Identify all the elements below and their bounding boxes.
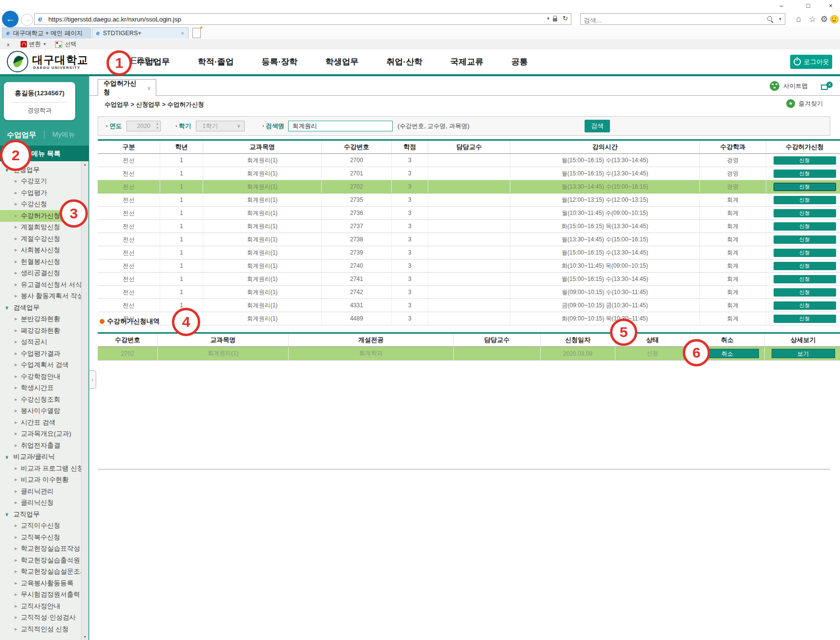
sidebar-item[interactable]: ▶학교현장실습출석원 — [0, 555, 81, 566]
apply-button[interactable]: 신청 — [774, 249, 836, 257]
page-tab[interactable]: 수업허가신청 x — [98, 79, 156, 96]
browser-tab-active[interactable]: e STDTIGERS+ × — [92, 27, 189, 39]
sidebar-item[interactable]: ▶수강신청조회 — [0, 394, 81, 405]
table-row[interactable]: 전선1회계원리(1)27403화(10:30~11:45) 목(09:00~10… — [98, 259, 840, 273]
apply-button[interactable]: 신청 — [774, 209, 836, 217]
sidebar-scrollbar[interactable]: ▲ ▼ — [81, 161, 88, 640]
apply-button[interactable]: 신청 — [774, 170, 836, 178]
sidebar-item[interactable]: ▶분반강좌현황 — [0, 314, 81, 325]
feedback-smiley-icon[interactable] — [830, 15, 839, 23]
sidebar-item[interactable]: ▶헌혈봉사신청 — [0, 256, 81, 268]
sidebar-item[interactable]: ▶클리닉신청 — [0, 497, 81, 509]
menu-section[interactable]: ∨검색업무 — [0, 302, 81, 314]
sidebar-tab-mymenu[interactable]: My메뉴 — [52, 130, 75, 139]
sidebar-item[interactable]: ▶학교현장실습표작성 — [0, 543, 81, 555]
table-row[interactable]: 전선1회계원리(1)44893화(09:00~10:15) 목(10:30~11… — [98, 312, 840, 325]
forward-button[interactable]: → — [21, 14, 33, 26]
sidebar-item[interactable]: ▶클리닉관리 — [0, 486, 81, 497]
select-button[interactable]: 선택 — [64, 40, 76, 48]
sidebar-item[interactable]: ▶수업평가결과 — [0, 348, 81, 360]
nav-item-common[interactable]: 공통 — [511, 56, 528, 67]
favorite-link[interactable]: ★ 즐겨찾기 — [786, 99, 823, 108]
refresh-icon[interactable]: ↻ — [563, 15, 568, 22]
search-button[interactable]: 검색 — [585, 120, 610, 132]
sitemap-link[interactable]: 사이트맵 — [770, 81, 808, 91]
nav-item-records[interactable]: 학적·졸업 — [198, 56, 234, 67]
table-row[interactable]: 2702회계원리(1)회계학과2020.03.09신청취소보기 — [98, 347, 840, 361]
sidebar-item[interactable]: ▶교직이수신청 — [0, 520, 81, 532]
search-icon[interactable] — [767, 16, 772, 21]
toolbar-close-button[interactable]: x — [7, 42, 10, 47]
scroll-down-icon[interactable]: ▼ — [82, 635, 88, 639]
table-row[interactable]: 전선1회계원리(1)43313금(09:00~10:15) 금(10:30~11… — [98, 299, 840, 312]
sidebar-item[interactable]: ▶교과목개요(교과) — [0, 428, 81, 440]
sidebar-item[interactable]: ▶교직사정안내 — [0, 600, 81, 612]
back-button[interactable]: ← — [2, 11, 19, 27]
browser-search-input[interactable] — [581, 14, 762, 26]
sidebar-item[interactable]: ▶시간표 검색 — [0, 417, 81, 428]
tab-close-icon[interactable]: × — [181, 30, 184, 36]
close-button[interactable]: × — [822, 1, 839, 10]
gear-icon[interactable]: ⚙ — [820, 14, 828, 24]
page-tab-close-icon[interactable]: x — [148, 85, 151, 91]
table-row[interactable]: 전선1회계원리(1)27373화(15:00~16:15) 목(13:30~14… — [98, 220, 840, 233]
apply-button[interactable]: 신청 — [774, 315, 836, 323]
sidebar-item[interactable]: ▶교직적인성 신청 — [0, 623, 81, 635]
convert-button[interactable]: 변환 — [29, 40, 41, 48]
table-row[interactable]: 전선1회계원리(1)27363월(10:30~11:45) 수(09:00~10… — [98, 207, 840, 220]
sidebar-item[interactable]: ▶학생시간표 — [0, 383, 81, 394]
nav-item-international[interactable]: 국제교류 — [450, 56, 483, 67]
table-row[interactable]: 전선1회계원리(1)27383월(13:30~14:45) 수(15:00~16… — [98, 233, 840, 246]
sidebar-item[interactable]: ▶생리공결신청 — [0, 268, 81, 279]
table-row[interactable]: 전선1회계원리(1)27023월(13:30~14:45) 수(15:00~16… — [98, 180, 840, 193]
menu-section[interactable]: ∨비교과/클리닉 — [0, 451, 81, 463]
apply-button[interactable]: 신청 — [774, 183, 836, 191]
sidebar-item[interactable]: ▶수업평가 — [0, 187, 81, 199]
spinner-icons[interactable]: ▲▼ — [156, 122, 159, 130]
table-row[interactable]: 전선1회계원리(1)27393월(15:00~16:15) 수(13:30~14… — [98, 246, 840, 259]
sidebar-item[interactable]: ▶성적공시 — [0, 337, 81, 348]
year-stepper[interactable]: 2020 ▲▼ — [126, 121, 161, 131]
apply-button[interactable]: 신청 — [774, 288, 836, 297]
sidebar-item[interactable]: ▶폐강강좌현황 — [0, 325, 81, 337]
scroll-up-icon[interactable]: ▲ — [82, 163, 88, 166]
apply-button[interactable]: 신청 — [774, 196, 836, 204]
apply-button[interactable]: 신청 — [774, 262, 836, 270]
nav-item-career[interactable]: 취업·산학 — [386, 56, 422, 67]
sidebar-item[interactable]: ▶수강포기 — [0, 176, 81, 188]
view-button[interactable]: 보기 — [772, 349, 835, 358]
keyword-input[interactable] — [288, 121, 393, 131]
sidebar-item[interactable]: ▶학교현장실습설문조사 — [0, 566, 81, 578]
table-row[interactable]: 전선1회계원리(1)27003월(15:00~16:15) 수(13:30~14… — [98, 154, 840, 167]
apply-button[interactable]: 신청 — [774, 275, 836, 283]
convert-dropdown-icon[interactable]: ▼ — [43, 42, 47, 46]
sidebar-item[interactable]: ▶수강학점안내 — [0, 371, 81, 383]
autocomplete-dropdown-icon[interactable]: ▾ — [547, 16, 549, 21]
minimize-button[interactable]: – — [773, 1, 790, 10]
sidebar-tab-work[interactable]: 수업업무 — [7, 130, 36, 140]
sidebar-item[interactable]: ▶봉사이수열람 — [0, 405, 81, 417]
sidebar-collapse-handle[interactable]: ‹ — [89, 370, 96, 389]
sidebar-item[interactable]: ▶비교과 이수현황 — [0, 474, 81, 486]
apply-button[interactable]: 신청 — [774, 222, 836, 231]
sidebar-item[interactable]: ▶교직적성·인성검사 — [0, 612, 81, 624]
browser-tab-main[interactable]: e 대구대학교 + 메인 페이지 — [2, 27, 91, 39]
apply-button[interactable]: 신청 — [774, 301, 836, 310]
sidebar-item[interactable]: ▶교육봉사활동등록 — [0, 577, 81, 589]
sidebar-item[interactable]: ▶유고결석신청서 서식 — [0, 279, 81, 291]
nav-item-student[interactable]: 학생업무 — [325, 56, 358, 67]
sidebar-item[interactable]: ▶취업전자출결 — [0, 440, 81, 451]
browser-search-box[interactable]: ▾ — [580, 13, 785, 25]
sidebar-item[interactable]: ▶수업계획서 검색 — [0, 360, 81, 371]
sidebar-item[interactable]: ▶교직복수신청 — [0, 532, 81, 543]
table-row[interactable]: 전선1회계원리(1)27423월(09:00~10:15) 수(10:30~11… — [98, 286, 840, 299]
sidebar-item[interactable]: ▶계절수강신청 — [0, 233, 81, 245]
logout-button[interactable]: 로그아웃 — [790, 55, 832, 69]
apply-button[interactable]: 신청 — [774, 156, 836, 165]
maximize-button[interactable]: □ — [800, 1, 817, 10]
new-tab-button[interactable] — [192, 28, 201, 38]
menu-section[interactable]: ∨교직업무 — [0, 509, 81, 520]
sidebar-item[interactable]: ▶무시험검정원서출력 — [0, 589, 81, 601]
sidebar-item[interactable]: ▶봉사 활동계획서 작성 — [0, 291, 81, 302]
nav-item-registration[interactable]: 등록·장학 — [262, 56, 298, 67]
